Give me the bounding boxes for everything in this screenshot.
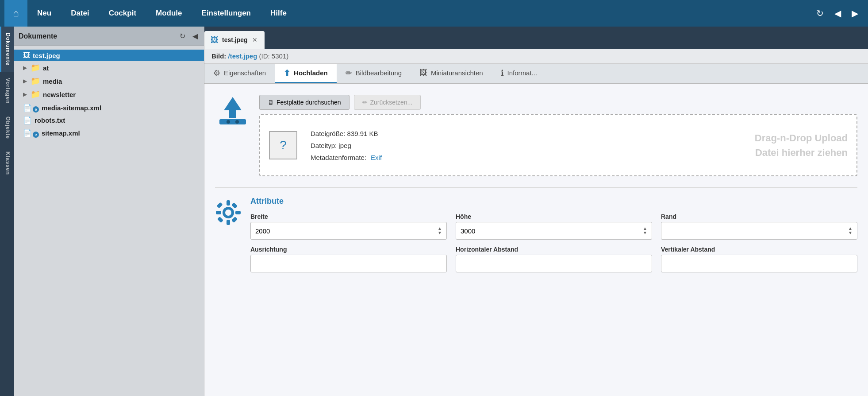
svg-rect-6 bbox=[227, 220, 230, 225]
v-abstand-input[interactable] bbox=[666, 260, 853, 268]
tree-item-robots-txt[interactable]: 📄 robots.txt bbox=[14, 114, 204, 126]
upload-icon-area bbox=[215, 95, 250, 132]
svg-point-1 bbox=[227, 120, 230, 124]
label-ausrichtung: Ausrichtung bbox=[250, 246, 447, 253]
attributes-form: Attribute Breite ▲▼ Höhe bbox=[250, 197, 857, 279]
exif-link[interactable]: Exif bbox=[371, 154, 382, 161]
tab-hochladen[interactable]: ⬆ Hochladen bbox=[275, 64, 337, 83]
reset-button[interactable]: ✏ Zurücksetzen... bbox=[354, 95, 421, 110]
form-field-h-abstand: Horizontaler Abstand bbox=[456, 246, 652, 272]
breadcrumb-prefix: Bild: bbox=[211, 52, 226, 60]
section-divider bbox=[215, 187, 857, 188]
label-breite: Breite bbox=[250, 213, 447, 220]
svg-rect-0 bbox=[219, 119, 246, 124]
tab-bildbearbeitung[interactable]: ✏ Bildbearbeitung bbox=[337, 64, 411, 83]
file-icon: 📄 bbox=[23, 104, 32, 112]
tree-item-newsletter[interactable]: ▶ 📁 newsletter bbox=[14, 88, 204, 101]
spinner-hoehe[interactable]: ▲▼ bbox=[643, 226, 647, 235]
browse-button[interactable]: 🖥 Festplatte durchsuchen bbox=[259, 95, 350, 110]
tree-item-label: media-sitemap.xml bbox=[42, 104, 101, 112]
sidebar-item-klassen[interactable]: Klassen bbox=[0, 145, 14, 181]
nav-cockpit[interactable]: Cockpit bbox=[99, 0, 146, 27]
upload-buttons: 🖥 Festplatte durchsuchen ✏ Zurücksetzen.… bbox=[259, 95, 857, 110]
thumbnail-icon: 🖼 bbox=[419, 68, 427, 78]
sidebar-item-dokumente[interactable]: Dokumente bbox=[0, 27, 14, 72]
nav-module[interactable]: Module bbox=[146, 0, 192, 27]
gear-large-icon bbox=[215, 199, 242, 226]
drop-zone-dnd: Drag-n-Drop Upload Datei hierher ziehen bbox=[586, 131, 848, 160]
main-content: 🖥 Festplatte durchsuchen ✏ Zurücksetzen.… bbox=[204, 84, 868, 396]
content-area: 🖼 test.jpeg ✕ Bild: /test.jpeg (ID: 5301… bbox=[204, 27, 868, 396]
rand-input[interactable] bbox=[666, 227, 848, 235]
nav-neu[interactable]: Neu bbox=[27, 0, 61, 27]
spinner-breite[interactable]: ▲▼ bbox=[438, 226, 442, 235]
upload-large-icon bbox=[215, 95, 250, 130]
svg-marker-3 bbox=[224, 97, 242, 118]
tab-information[interactable]: ℹ Informat... bbox=[492, 64, 546, 83]
gear-icon: ⚙ bbox=[213, 68, 220, 78]
badge-e: e bbox=[33, 132, 39, 138]
nav-hilfe[interactable]: Hilfe bbox=[261, 0, 296, 27]
tab-close-button[interactable]: ✕ bbox=[251, 36, 258, 43]
attributes-icon-area bbox=[215, 199, 242, 232]
file-tree-refresh-button[interactable]: ↻ bbox=[178, 31, 187, 41]
svg-point-4 bbox=[224, 208, 233, 217]
chevron-right-icon: ▶ bbox=[23, 78, 27, 84]
tab-miniaturansichten[interactable]: 🖼 Miniaturansichten bbox=[411, 64, 492, 83]
svg-point-2 bbox=[235, 120, 239, 124]
form-field-v-abstand: Vertikaler Abstand bbox=[661, 246, 857, 272]
nav-einstellungen[interactable]: Einstellungen bbox=[192, 0, 261, 27]
ausrichtung-input[interactable] bbox=[255, 260, 442, 268]
tree-item-label: at bbox=[43, 64, 49, 72]
breadcrumb-link[interactable]: /test.jpeg bbox=[228, 52, 257, 60]
dnd-line1: Drag-n-Drop Upload bbox=[586, 131, 848, 145]
next-button[interactable]: ▶ bbox=[846, 0, 864, 27]
upload-controls: 🖥 Festplatte durchsuchen ✏ Zurücksetzen.… bbox=[259, 95, 857, 176]
h-abstand-input[interactable] bbox=[461, 260, 647, 268]
tree-item-media[interactable]: ▶ 📁 media bbox=[14, 74, 204, 88]
file-tree-collapse-button[interactable]: ◀ bbox=[191, 31, 200, 41]
folder-icon: 📁 bbox=[31, 76, 40, 86]
tree-item-media-sitemap[interactable]: 📄 e media-sitemap.xml bbox=[14, 101, 204, 114]
breadcrumb-bar: Bild: /test.jpeg (ID: 5301) bbox=[204, 49, 868, 64]
input-hoehe[interactable]: ▲▼ bbox=[456, 222, 652, 240]
input-h-abstand[interactable] bbox=[456, 255, 652, 272]
upload-icon: ⬆ bbox=[284, 68, 290, 78]
breite-input[interactable] bbox=[255, 227, 438, 235]
nav-datei[interactable]: Datei bbox=[61, 0, 99, 27]
info-icon: ℹ bbox=[501, 68, 504, 78]
tree-item-sitemap-xml[interactable]: 📄 e sitemap.xml bbox=[14, 126, 204, 140]
top-nav: ⌂ Neu Datei Cockpit Module Einstellungen… bbox=[0, 0, 868, 27]
file-tree-panel: Dokumente ↻ ◀ 🖼 test.jpeg ▶ 📁 at ▶ 📁 med… bbox=[14, 27, 204, 396]
tree-item-test-jpeg[interactable]: 🖼 test.jpeg bbox=[14, 50, 204, 61]
prev-button[interactable]: ◀ bbox=[829, 0, 846, 27]
input-v-abstand[interactable] bbox=[661, 255, 857, 272]
sidebar-item-vorlagen[interactable]: Vorlagen bbox=[0, 72, 14, 110]
label-hoehe: Höhe bbox=[456, 213, 652, 220]
tab-image-icon: 🖼 bbox=[211, 35, 219, 45]
spinner-rand[interactable]: ▲▼ bbox=[848, 226, 853, 235]
attributes-section: Attribute Breite ▲▼ Höhe bbox=[215, 197, 857, 279]
svg-rect-10 bbox=[231, 217, 238, 223]
hoehe-input[interactable] bbox=[461, 227, 643, 235]
tree-item-label: robots.txt bbox=[35, 116, 65, 124]
sidebar-item-objekte[interactable]: Objekte bbox=[0, 110, 14, 145]
input-breite[interactable]: ▲▼ bbox=[250, 222, 447, 240]
input-ausrichtung[interactable] bbox=[250, 255, 447, 272]
folder-icon: 📁 bbox=[31, 89, 40, 99]
file-icon: 📄 bbox=[23, 129, 32, 137]
drop-zone-info: Dateigröße: 839.91 KB Dateityp: jpeg Met… bbox=[311, 128, 572, 163]
tree-item-at[interactable]: ▶ 📁 at bbox=[14, 61, 204, 74]
form-row-2: Ausrichtung Horizontaler Abstand bbox=[250, 246, 857, 272]
tree-item-label: test.jpeg bbox=[33, 52, 60, 59]
refresh-button[interactable]: ↻ bbox=[811, 0, 829, 27]
svg-rect-5 bbox=[227, 200, 230, 206]
file-type-text: Dateityp: jpeg bbox=[311, 140, 572, 151]
drop-zone[interactable]: ? Dateigröße: 839.91 KB Dateityp: jpeg M… bbox=[259, 114, 857, 176]
tab-eigenschaften[interactable]: ⚙ Eigenschaften bbox=[204, 64, 275, 83]
input-rand[interactable]: ▲▼ bbox=[661, 222, 857, 240]
file-tree-header: Dokumente ↻ ◀ bbox=[14, 27, 204, 46]
meta-formats-text: Metadatenformate: Exif bbox=[311, 151, 572, 163]
content-tab-test-jpeg[interactable]: 🖼 test.jpeg ✕ bbox=[204, 31, 265, 49]
home-button[interactable]: ⌂ bbox=[4, 0, 27, 27]
